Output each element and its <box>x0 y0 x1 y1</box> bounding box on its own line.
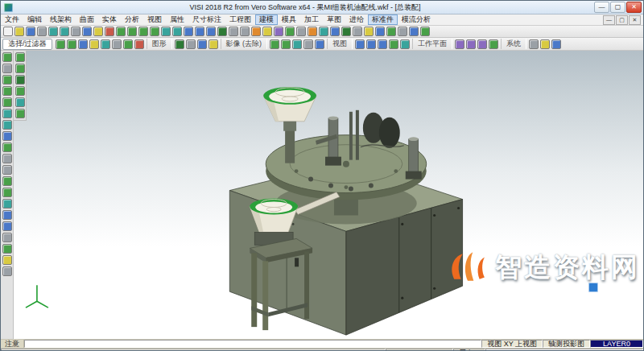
delete-icon[interactable] <box>105 27 114 36</box>
menu-edit[interactable]: 编辑 <box>23 14 46 25</box>
analyze-icon[interactable] <box>319 27 328 36</box>
view-right-icon[interactable] <box>378 39 387 49</box>
workplane-xy-icon[interactable] <box>455 39 464 49</box>
menu-view[interactable]: 视图 <box>143 14 166 25</box>
layers-icon[interactable] <box>262 27 272 36</box>
zoom-window-icon[interactable] <box>127 27 137 36</box>
front-view-icon[interactable] <box>184 27 193 36</box>
shaded-mode-icon[interactable] <box>175 39 184 49</box>
save-icon[interactable] <box>26 27 35 36</box>
group-label-workplane[interactable]: 工作平面 <box>412 39 452 49</box>
circle-icon[interactable] <box>2 97 12 107</box>
mirror-icon[interactable] <box>2 199 12 209</box>
selection-filter-dropdown[interactable]: 选择/过滤器 <box>2 39 52 50</box>
info-icon[interactable] <box>551 39 561 49</box>
shadow-icon[interactable] <box>353 27 362 36</box>
polyline-icon[interactable] <box>2 120 12 130</box>
menu-file[interactable]: 文件 <box>1 14 23 25</box>
view-iso-icon[interactable] <box>389 39 398 49</box>
new-file-icon[interactable] <box>3 27 13 36</box>
isolate-icon[interactable] <box>292 39 302 49</box>
wireframe-mode-icon[interactable] <box>186 39 196 49</box>
undo-icon[interactable] <box>48 27 58 36</box>
mass-properties-icon[interactable] <box>330 27 340 36</box>
array-icon[interactable] <box>2 244 12 254</box>
close-button[interactable]: ✕ <box>626 2 642 13</box>
redo-icon[interactable] <box>60 27 69 36</box>
rectangle-icon[interactable] <box>2 109 12 118</box>
light-icon[interactable] <box>364 27 374 36</box>
menu-wireframe[interactable]: 线架构 <box>46 14 76 25</box>
paste-icon[interactable] <box>93 27 103 36</box>
hidden-line-icon[interactable] <box>240 27 250 36</box>
type-filter-icon[interactable] <box>112 39 122 49</box>
print-icon[interactable] <box>37 27 47 36</box>
cut-icon[interactable] <box>71 27 80 36</box>
filter-icon[interactable] <box>420 27 430 36</box>
menu-sketch[interactable]: 草图 <box>323 14 345 25</box>
rotate-view-icon[interactable] <box>172 27 182 36</box>
views-icon[interactable] <box>386 27 396 36</box>
command-input[interactable] <box>24 340 481 348</box>
menu-drafting[interactable]: 工程图 <box>225 14 255 25</box>
status-view[interactable]: 视图 XY 上视图 <box>481 340 543 348</box>
transparency-icon[interactable] <box>197 39 207 49</box>
layer-filter-icon[interactable] <box>101 39 110 49</box>
3d-viewport[interactable]: 智造资料网 <box>14 51 643 339</box>
pan-icon[interactable] <box>161 27 171 36</box>
view-rotate-icon[interactable] <box>400 39 410 49</box>
zoom-out-icon[interactable] <box>150 27 159 36</box>
workplane-custom-icon[interactable] <box>489 39 498 49</box>
top-view-icon[interactable] <box>195 27 204 36</box>
measure-icon[interactable] <box>308 27 317 36</box>
workplane-yz-icon[interactable] <box>477 39 487 49</box>
text-icon[interactable] <box>2 266 12 276</box>
arc-icon[interactable] <box>2 86 12 96</box>
extend-icon[interactable] <box>2 165 12 175</box>
grid-icon[interactable] <box>296 27 306 36</box>
move-icon[interactable] <box>2 210 12 220</box>
snap-icon[interactable] <box>285 27 295 36</box>
zoom-in-icon[interactable] <box>138 27 148 36</box>
offset-icon[interactable] <box>2 142 12 152</box>
menu-mould[interactable]: 模具 <box>278 14 300 25</box>
highlight-icon[interactable] <box>208 39 218 49</box>
calculator-icon[interactable] <box>540 39 550 49</box>
copy-icon[interactable] <box>82 27 92 36</box>
color-filter-icon[interactable] <box>89 39 99 49</box>
scale-icon[interactable] <box>2 233 12 242</box>
iso-view-icon[interactable] <box>206 27 216 36</box>
doc-close-button[interactable]: ✕ <box>629 15 641 25</box>
select-mode-icon[interactable] <box>56 39 65 49</box>
workplane-xz-icon[interactable] <box>466 39 476 49</box>
rotate-icon[interactable] <box>2 221 12 231</box>
ghost-icon[interactable] <box>303 39 313 49</box>
doc-minimize-button[interactable]: — <box>603 15 615 25</box>
show-all-icon[interactable] <box>281 39 291 49</box>
menu-machining[interactable]: 加工 <box>300 14 323 25</box>
menu-moldflow[interactable]: 模流分析 <box>398 14 435 25</box>
doc-restore-button[interactable]: ▢ <box>616 15 628 25</box>
line-icon[interactable] <box>2 75 12 85</box>
hide-icon[interactable] <box>270 39 279 49</box>
minimize-button[interactable]: — <box>594 2 609 13</box>
menu-analysis[interactable]: 分析 <box>121 14 143 25</box>
dimension-icon[interactable] <box>2 255 12 265</box>
options-icon[interactable] <box>529 39 539 49</box>
clear-filter-icon[interactable] <box>134 39 144 49</box>
maximize-button[interactable]: ▢ <box>610 2 625 13</box>
open-icon[interactable] <box>14 27 24 36</box>
shaded-icon[interactable] <box>217 27 227 36</box>
trim-icon[interactable] <box>2 154 12 163</box>
chain-select-icon[interactable] <box>67 39 76 49</box>
view-front-icon[interactable] <box>366 39 376 49</box>
status-projection[interactable]: 轴测投影图 <box>543 340 590 348</box>
chamfer-icon[interactable] <box>2 188 12 197</box>
help-icon[interactable] <box>409 27 419 36</box>
menu-feed[interactable]: 进给 <box>345 14 368 25</box>
point-icon[interactable] <box>2 64 12 73</box>
section-icon[interactable] <box>251 27 261 36</box>
status-layer[interactable]: LAYER0 <box>590 340 643 348</box>
settings-icon[interactable] <box>398 27 407 36</box>
select-icon[interactable] <box>2 52 12 62</box>
